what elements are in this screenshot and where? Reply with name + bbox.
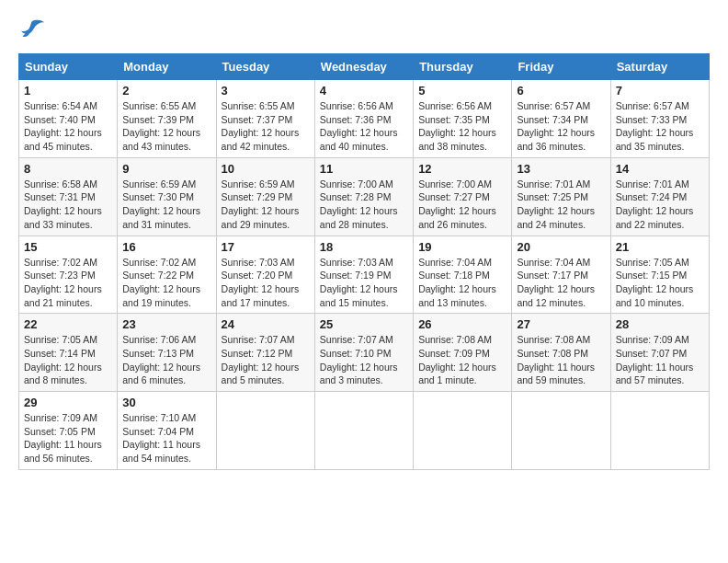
day-info: Sunrise: 6:59 AMSunset: 7:30 PMDaylight:… (122, 178, 210, 232)
day-cell-21: 21Sunrise: 7:05 AMSunset: 7:15 PMDayligh… (610, 236, 709, 314)
day-number: 27 (517, 317, 605, 331)
day-info: Sunrise: 7:08 AMSunset: 7:08 PMDaylight:… (517, 333, 605, 387)
calendar-week-3: 15Sunrise: 7:02 AMSunset: 7:23 PMDayligh… (19, 236, 710, 314)
day-number: 4 (320, 84, 408, 98)
header-saturday: Saturday (610, 54, 709, 80)
day-info: Sunrise: 7:03 AMSunset: 7:20 PMDaylight:… (222, 256, 310, 310)
day-number: 22 (24, 317, 112, 331)
day-number: 21 (616, 240, 704, 254)
day-number: 26 (418, 317, 506, 331)
day-cell-11: 11Sunrise: 7:00 AMSunset: 7:28 PMDayligh… (314, 157, 413, 236)
day-number: 16 (122, 240, 210, 254)
day-cell-6: 6Sunrise: 6:57 AMSunset: 7:34 PMDaylight… (512, 80, 610, 158)
day-cell-27: 27Sunrise: 7:08 AMSunset: 7:08 PMDayligh… (512, 314, 610, 392)
calendar-week-2: 8Sunrise: 6:58 AMSunset: 7:31 PMDaylight… (19, 157, 710, 236)
day-info: Sunrise: 7:02 AMSunset: 7:23 PMDaylight:… (24, 256, 112, 310)
day-info: Sunrise: 7:06 AMSunset: 7:13 PMDaylight:… (122, 333, 210, 387)
day-info: Sunrise: 6:56 AMSunset: 7:36 PMDaylight:… (320, 99, 408, 154)
day-number: 30 (122, 396, 210, 409)
day-cell-19: 19Sunrise: 7:04 AMSunset: 7:18 PMDayligh… (414, 236, 512, 314)
day-number: 11 (320, 162, 408, 176)
empty-cell (610, 392, 709, 470)
day-cell-16: 16Sunrise: 7:02 AMSunset: 7:22 PMDayligh… (118, 236, 216, 314)
empty-cell (414, 392, 512, 470)
day-number: 29 (24, 396, 112, 409)
day-info: Sunrise: 7:05 AMSunset: 7:15 PMDaylight:… (616, 256, 704, 310)
day-cell-20: 20Sunrise: 7:04 AMSunset: 7:17 PMDayligh… (512, 236, 610, 314)
day-number: 7 (616, 84, 704, 98)
day-cell-15: 15Sunrise: 7:02 AMSunset: 7:23 PMDayligh… (19, 236, 118, 314)
day-info: Sunrise: 7:03 AMSunset: 7:19 PMDaylight:… (320, 256, 408, 310)
day-info: Sunrise: 6:55 AMSunset: 7:37 PMDaylight:… (222, 99, 310, 154)
calendar-table: SundayMondayTuesdayWednesdayThursdayFrid… (18, 53, 710, 470)
day-number: 19 (418, 240, 506, 254)
header-monday: Monday (118, 54, 216, 80)
day-info: Sunrise: 7:04 AMSunset: 7:18 PMDaylight:… (418, 256, 506, 310)
header-friday: Friday (512, 54, 610, 80)
empty-cell (314, 392, 413, 470)
day-number: 13 (517, 162, 605, 176)
header-tuesday: Tuesday (216, 54, 314, 80)
day-info: Sunrise: 6:56 AMSunset: 7:35 PMDaylight:… (418, 99, 506, 154)
day-info: Sunrise: 6:57 AMSunset: 7:34 PMDaylight:… (517, 99, 605, 154)
header-thursday: Thursday (414, 54, 512, 80)
calendar-week-4: 22Sunrise: 7:05 AMSunset: 7:14 PMDayligh… (19, 314, 710, 392)
day-info: Sunrise: 7:07 AMSunset: 7:10 PMDaylight:… (320, 333, 408, 387)
day-number: 1 (24, 84, 112, 98)
day-number: 8 (24, 162, 112, 176)
day-number: 15 (24, 240, 112, 254)
day-cell-17: 17Sunrise: 7:03 AMSunset: 7:20 PMDayligh… (216, 236, 314, 314)
day-info: Sunrise: 6:59 AMSunset: 7:29 PMDaylight:… (222, 178, 310, 232)
day-info: Sunrise: 6:57 AMSunset: 7:33 PMDaylight:… (616, 99, 704, 154)
day-number: 24 (222, 317, 310, 331)
day-info: Sunrise: 7:00 AMSunset: 7:27 PMDaylight:… (418, 178, 506, 232)
logo (18, 18, 50, 44)
day-number: 25 (320, 317, 408, 331)
day-info: Sunrise: 7:05 AMSunset: 7:14 PMDaylight:… (24, 333, 112, 387)
day-info: Sunrise: 7:04 AMSunset: 7:17 PMDaylight:… (517, 256, 605, 310)
empty-cell (216, 392, 314, 470)
day-info: Sunrise: 7:08 AMSunset: 7:09 PMDaylight:… (418, 333, 506, 387)
day-cell-10: 10Sunrise: 6:59 AMSunset: 7:29 PMDayligh… (216, 157, 314, 236)
day-cell-13: 13Sunrise: 7:01 AMSunset: 7:25 PMDayligh… (512, 157, 610, 236)
day-cell-7: 7Sunrise: 6:57 AMSunset: 7:33 PMDaylight… (610, 80, 709, 158)
day-number: 17 (222, 240, 310, 254)
calendar-week-1: 1Sunrise: 6:54 AMSunset: 7:40 PMDaylight… (19, 80, 710, 158)
header-sunday: Sunday (19, 54, 118, 80)
header-wednesday: Wednesday (314, 54, 413, 80)
day-cell-4: 4Sunrise: 6:56 AMSunset: 7:36 PMDaylight… (314, 80, 413, 158)
day-info: Sunrise: 6:55 AMSunset: 7:39 PMDaylight:… (122, 99, 210, 154)
day-cell-2: 2Sunrise: 6:55 AMSunset: 7:39 PMDaylight… (118, 80, 216, 158)
day-number: 14 (616, 162, 704, 176)
calendar-week-5: 29Sunrise: 7:09 AMSunset: 7:05 PMDayligh… (19, 392, 710, 470)
day-cell-23: 23Sunrise: 7:06 AMSunset: 7:13 PMDayligh… (118, 314, 216, 392)
day-number: 3 (222, 84, 310, 98)
day-cell-1: 1Sunrise: 6:54 AMSunset: 7:40 PMDaylight… (19, 80, 118, 158)
day-number: 10 (222, 162, 310, 176)
day-info: Sunrise: 7:01 AMSunset: 7:24 PMDaylight:… (616, 178, 704, 232)
day-number: 28 (616, 317, 704, 331)
day-info: Sunrise: 7:10 AMSunset: 7:04 PMDaylight:… (122, 411, 210, 465)
day-info: Sunrise: 7:02 AMSunset: 7:22 PMDaylight:… (122, 256, 210, 310)
day-info: Sunrise: 7:09 AMSunset: 7:07 PMDaylight:… (616, 333, 704, 387)
empty-cell (512, 392, 610, 470)
day-info: Sunrise: 6:58 AMSunset: 7:31 PMDaylight:… (24, 178, 112, 232)
day-info: Sunrise: 7:00 AMSunset: 7:28 PMDaylight:… (320, 178, 408, 232)
day-cell-18: 18Sunrise: 7:03 AMSunset: 7:19 PMDayligh… (314, 236, 413, 314)
day-number: 23 (122, 317, 210, 331)
day-cell-26: 26Sunrise: 7:08 AMSunset: 7:09 PMDayligh… (414, 314, 512, 392)
day-number: 9 (122, 162, 210, 176)
day-cell-14: 14Sunrise: 7:01 AMSunset: 7:24 PMDayligh… (610, 157, 709, 236)
day-info: Sunrise: 7:01 AMSunset: 7:25 PMDaylight:… (517, 178, 605, 232)
day-number: 2 (122, 84, 210, 98)
day-number: 12 (418, 162, 506, 176)
day-cell-5: 5Sunrise: 6:56 AMSunset: 7:35 PMDaylight… (414, 80, 512, 158)
day-number: 5 (418, 84, 506, 98)
day-info: Sunrise: 7:07 AMSunset: 7:12 PMDaylight:… (222, 333, 310, 387)
day-info: Sunrise: 7:09 AMSunset: 7:05 PMDaylight:… (24, 411, 112, 465)
day-cell-28: 28Sunrise: 7:09 AMSunset: 7:07 PMDayligh… (610, 314, 709, 392)
day-number: 6 (517, 84, 605, 98)
day-cell-30: 30Sunrise: 7:10 AMSunset: 7:04 PMDayligh… (118, 392, 216, 470)
day-cell-22: 22Sunrise: 7:05 AMSunset: 7:14 PMDayligh… (19, 314, 118, 392)
calendar-header-row: SundayMondayTuesdayWednesdayThursdayFrid… (19, 54, 710, 80)
